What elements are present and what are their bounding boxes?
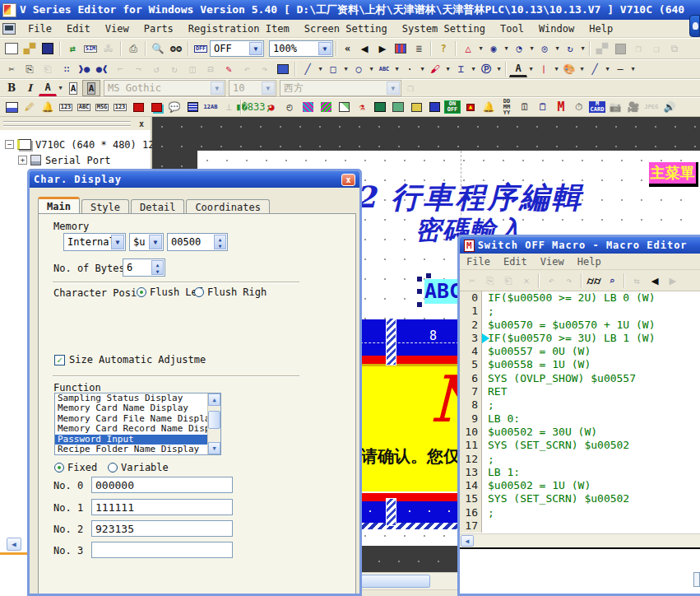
network-icon[interactable]: 🖧 <box>100 40 118 57</box>
chevron-down-icon[interactable]: ▼ <box>528 40 535 57</box>
function-item[interactable]: Memory Card Record Name Displa <box>55 424 220 434</box>
zoom-level-select[interactable]: 100%▼ <box>269 40 333 57</box>
place-tool-icon[interactable]: Ⓟ <box>477 61 495 77</box>
chevron-down-icon[interactable]: ▼ <box>419 61 426 77</box>
size-auto-checkbox[interactable]: ✓ Size Automatic Adjustme <box>54 354 206 366</box>
tab-style[interactable]: Style <box>81 199 129 214</box>
onoff-part-icon[interactable]: ON OFF <box>443 99 461 115</box>
macro-menu-item[interactable]: Help <box>571 254 608 269</box>
font-size-select[interactable]: 10▼ <box>229 80 276 96</box>
bold-icon[interactable]: B <box>2 80 21 96</box>
macro-code-line[interactable]: 12 ; <box>460 453 700 466</box>
overlap-window-part[interactable]: 8 NO 请确认。您仅 <box>360 319 459 529</box>
rotate-right-icon[interactable]: ↻ <box>165 61 183 77</box>
video-part-icon[interactable]: 🎥 <box>624 99 642 115</box>
chevron-down-icon[interactable]: ▼ <box>318 42 331 55</box>
meter-part-icon[interactable]: ◴ <box>280 99 299 115</box>
scroll-down-icon[interactable]: ▼ <box>208 442 220 454</box>
text-tool-icon[interactable]: ABC <box>375 61 393 77</box>
switch-part-icon[interactable] <box>2 99 21 115</box>
screen-list-icon[interactable] <box>392 40 410 57</box>
macro-code-line[interactable]: 17 <box>460 519 700 533</box>
delete-icon[interactable]: ✕ <box>517 272 535 289</box>
distribute-h-icon[interactable]: ◫ <box>183 61 202 77</box>
macro-code-line[interactable]: 3 IF($u00570 >= 3U) LB 1 (W) <box>460 332 700 345</box>
menu-item[interactable]: Tool <box>493 21 531 36</box>
macro-code-area[interactable]: 0 IF($u00500 >= 2U) LB 0 (W) 1 ; 2 $u005… <box>460 291 700 533</box>
menu-item[interactable]: View <box>98 21 137 36</box>
table-data-icon[interactable]: 123 <box>111 99 129 115</box>
select-screen-icon[interactable] <box>274 61 292 77</box>
selection-handle[interactable] <box>426 273 431 278</box>
chevron-down-icon[interactable]: ▼ <box>553 61 560 77</box>
undo-icon[interactable]: ↶ <box>238 61 256 77</box>
macro-code-line[interactable]: 14 $u00502 = 1U (W) <box>460 479 700 492</box>
macro-code-line[interactable]: 9 LB 0: <box>460 412 700 426</box>
paste-icon[interactable]: ⎗ <box>39 61 57 77</box>
rect-tool-icon[interactable]: □ <box>324 61 342 77</box>
hatch-selection-bar[interactable] <box>386 318 396 366</box>
dialog-title-bar[interactable]: Char. Display x <box>30 171 359 188</box>
spin-up-icon[interactable]: ▲ <box>152 261 163 268</box>
chevron-down-icon[interactable]: ▼ <box>527 61 535 77</box>
cut-icon[interactable]: ✂ <box>463 272 481 289</box>
bar-graph-icon[interactable]: ▮�833; <box>244 99 262 115</box>
hatch-selection-bar[interactable] <box>386 498 396 526</box>
preview-eyes-icon[interactable]: ʘʘ <box>167 40 185 57</box>
switch-tool-icon[interactable]: ◉ <box>484 40 503 57</box>
paste-icon[interactable]: ⎗ <box>499 272 517 289</box>
group-icon[interactable]: ∷ <box>57 61 75 77</box>
spin-down-icon[interactable]: ▼ <box>152 268 163 274</box>
help-icon[interactable]: ? <box>434 40 452 57</box>
scrollbar-thumb[interactable] <box>360 575 430 588</box>
function-item[interactable]: Recipe Folder Name Display <box>55 445 220 454</box>
macro-code-line[interactable]: 6 SYS (OVLP_SHOW) $u00557 <box>460 372 700 385</box>
title-bar[interactable]: V Series Editor for Windows Version 5.40… <box>0 0 700 20</box>
main-menu-screen-button[interactable]: 主菜單 <box>649 162 698 187</box>
chevron-down-icon[interactable]: ▼ <box>444 61 452 77</box>
window-edit-icon[interactable]: ❏ <box>647 40 665 57</box>
macro-code-line[interactable]: 4 $u00557 = 0U (W) <box>460 345 700 358</box>
radio-icon[interactable] <box>108 463 118 473</box>
menu-item[interactable]: Registration Item <box>181 21 297 36</box>
datablock-part-icon[interactable] <box>425 99 443 115</box>
chevron-down-icon[interactable]: ▼ <box>503 40 510 57</box>
macro-part-icon[interactable]: M <box>552 99 570 115</box>
chevron-down-icon[interactable]: ▼ <box>57 80 64 96</box>
chevron-down-icon[interactable]: ▼ <box>249 42 262 55</box>
screen-heading-text[interactable]: 2 行車程序編輯 <box>355 178 584 218</box>
scroll-up-icon[interactable]: ▲ <box>208 393 220 406</box>
send-back-icon[interactable]: ●❰ <box>93 61 111 77</box>
copy-icon[interactable]: ⎘ <box>481 272 499 289</box>
chevron-down-icon[interactable]: ▼ <box>629 61 637 77</box>
chevron-down-icon[interactable]: ▼ <box>393 61 401 77</box>
spin-up-icon[interactable]: ▲ <box>215 235 225 242</box>
menu-item[interactable]: Window <box>531 21 582 36</box>
menu-item[interactable]: Edit <box>59 21 98 36</box>
chevron-down-icon[interactable]: ▼ <box>317 61 324 77</box>
no0-input[interactable] <box>91 477 233 493</box>
image1-part-icon[interactable] <box>371 99 389 115</box>
panel-grip[interactable] <box>3 121 131 127</box>
macro-code-line[interactable]: 0 IF($u00500 >= 2U) LB 0 (W) <box>460 291 700 305</box>
memo-pad-icon[interactable]: 🗒 <box>534 99 552 115</box>
tab-detail[interactable]: Detail <box>131 199 184 214</box>
chevron-down-icon[interactable]: ▼ <box>579 40 586 57</box>
scrollbar-thumb[interactable] <box>208 411 220 429</box>
charset-select[interactable]: 西方▼ <box>280 80 401 96</box>
italic-icon[interactable]: I <box>21 80 39 96</box>
memory-device-select[interactable]: $u▼ <box>129 233 164 251</box>
line-graph-icon[interactable] <box>335 99 353 115</box>
sound-part-icon[interactable]: 🔊 <box>661 99 679 115</box>
chevron-down-icon[interactable]: ▼ <box>470 61 477 77</box>
undo-icon[interactable]: ↶ <box>542 272 560 289</box>
panel-close-icon[interactable]: x <box>136 119 147 129</box>
collapse-icon[interactable]: − <box>5 140 14 149</box>
scroll-left-icon[interactable]: ◀ <box>461 535 474 547</box>
macro-code-line[interactable]: 10 $u00502 = 30U (W) <box>460 426 700 439</box>
copy-icon[interactable]: ⎘ <box>21 61 39 77</box>
keypad-part-icon[interactable] <box>183 99 202 115</box>
rotate-left-icon[interactable]: ↺ <box>147 61 165 77</box>
radio-icon[interactable] <box>54 463 64 473</box>
chevron-down-icon[interactable]: ▼ <box>554 40 561 57</box>
